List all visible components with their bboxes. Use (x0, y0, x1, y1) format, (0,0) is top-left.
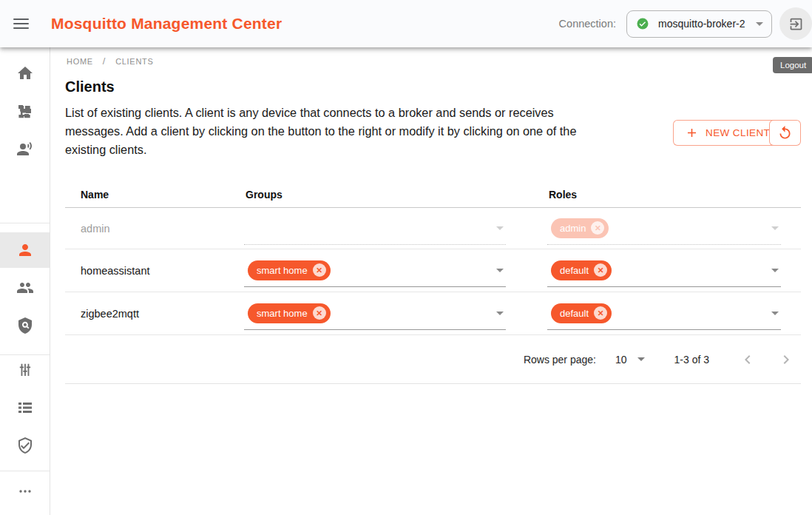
roles-select[interactable]: admin✕ (547, 212, 781, 245)
chevron-right-icon (777, 351, 795, 368)
table-body: admin admin✕ homeassistant smart home✕ d… (65, 208, 801, 335)
chip-delete-icon[interactable]: ✕ (313, 263, 326, 277)
new-client-button-label: NEW CLIENT (706, 127, 770, 138)
topology-icon (16, 102, 34, 120)
chevron-down-icon (771, 269, 779, 272)
chip-label: smart home (257, 308, 308, 319)
roles-select[interactable]: default✕ (547, 255, 781, 287)
sidebar-item-settings[interactable] (0, 352, 50, 388)
logout-tooltip: Logout (773, 57, 812, 73)
breadcrumb-separator: / (103, 55, 106, 67)
table-row[interactable]: homeassistant smart home✕ default✕ (65, 249, 801, 292)
groups-select[interactable]: smart home✕ (244, 255, 506, 287)
breadcrumb: HOME / CLIENTS (67, 55, 153, 67)
rows-per-page-value: 10 (615, 354, 627, 366)
chip-delete-icon[interactable]: ✕ (591, 221, 604, 235)
hamburger-icon (13, 16, 29, 32)
breadcrumb-current: CLIENTS (115, 57, 153, 66)
column-header-name: Name (65, 189, 244, 201)
sidebar-item-more[interactable] (0, 474, 50, 509)
new-client-button[interactable]: NEW CLIENT (673, 120, 782, 146)
connection-select[interactable]: mosquitto-broker-2 (626, 10, 772, 38)
roles-select[interactable]: default✕ (547, 297, 781, 330)
chevron-down-icon (771, 312, 779, 315)
pagination: Rows per page: 10 1-3 of 3 (65, 335, 801, 384)
chip-label: default (560, 308, 589, 319)
refresh-button[interactable] (769, 120, 801, 146)
check-circle-icon (636, 17, 649, 30)
chevron-down-icon (756, 22, 763, 26)
app-title: Mosquitto Management Center (51, 15, 282, 33)
client-name: homeassistant (65, 265, 244, 277)
client-name: admin (65, 223, 244, 235)
groups-select[interactable] (244, 212, 506, 245)
connection-label: Connection: (559, 18, 616, 30)
chevron-down-icon (496, 226, 504, 230)
groups-select[interactable]: smart home✕ (244, 297, 506, 330)
table-row[interactable]: admin admin✕ (65, 208, 801, 249)
plus-icon (685, 126, 699, 140)
list-icon (16, 399, 34, 417)
connection-value: mosquitto-broker-2 (658, 18, 756, 30)
chip[interactable]: default✕ (551, 303, 612, 323)
hamburger-menu-button[interactable] (3, 6, 38, 41)
home-icon (16, 64, 34, 82)
app-bar: Mosquitto Management Center Connection: … (0, 0, 812, 47)
chip-label: smart home (257, 265, 308, 276)
chevron-down-icon (496, 312, 504, 315)
more-dots-icon (16, 482, 34, 500)
previous-page-button[interactable] (737, 349, 758, 370)
rows-per-page-select[interactable]: 10 (615, 354, 645, 366)
refresh-icon (777, 125, 793, 141)
sidebar-divider (0, 471, 50, 471)
chevron-down-icon (771, 226, 779, 230)
person-voice-icon (16, 140, 34, 158)
column-header-roles: Roles (547, 189, 801, 201)
next-page-button[interactable] (776, 349, 796, 370)
sidebar-item-clients[interactable] (0, 232, 50, 268)
person-icon (16, 241, 34, 259)
sidebar-item-home[interactable] (0, 55, 50, 91)
sidebar-item-topology[interactable] (0, 93, 50, 129)
sidebar-item-streams-list[interactable] (0, 390, 50, 425)
chevron-down-icon (637, 357, 645, 361)
column-header-groups: Groups (244, 189, 547, 201)
pagination-range: 1-3 of 3 (674, 354, 709, 366)
chip-delete-icon[interactable]: ✕ (594, 263, 607, 277)
shield-check-icon (16, 437, 34, 454)
sidebar-item-security[interactable] (0, 428, 50, 463)
client-name: zigbee2mqtt (65, 308, 244, 320)
sliders-icon (16, 361, 34, 379)
sidebar-divider (0, 223, 50, 223)
table-header-row: Name Groups Roles (65, 181, 801, 208)
table-row[interactable]: zigbee2mqtt smart home✕ default✕ (65, 292, 801, 335)
page-description: List of existing clients. A client is an… (65, 104, 610, 159)
sidebar (0, 47, 50, 515)
chip[interactable]: smart home✕ (248, 260, 331, 280)
chip-label: default (560, 265, 589, 276)
page-title: Clients (65, 78, 115, 95)
chip-label: admin (560, 223, 586, 234)
chip-delete-icon[interactable]: ✕ (313, 306, 326, 320)
shield-search-icon (16, 317, 34, 334)
breadcrumb-home-link[interactable]: HOME (67, 57, 93, 66)
main-content: HOME / CLIENTS Logout Clients List of ex… (50, 47, 812, 515)
chip[interactable]: admin✕ (551, 218, 609, 238)
sidebar-item-streams[interactable] (0, 131, 50, 166)
chevron-left-icon (739, 351, 757, 368)
chip[interactable]: default✕ (551, 260, 612, 280)
chevron-down-icon (496, 269, 504, 272)
clients-table: Name Groups Roles admin admin✕ homeassis… (65, 181, 801, 384)
rows-per-page-label: Rows per page: (524, 354, 596, 366)
exit-icon (788, 16, 804, 32)
chip-delete-icon[interactable]: ✕ (594, 306, 607, 320)
sidebar-item-roles[interactable] (0, 308, 50, 343)
people-icon (16, 279, 34, 297)
chip[interactable]: smart home✕ (248, 303, 331, 323)
sidebar-item-groups[interactable] (0, 270, 50, 306)
logout-button[interactable] (779, 7, 812, 40)
